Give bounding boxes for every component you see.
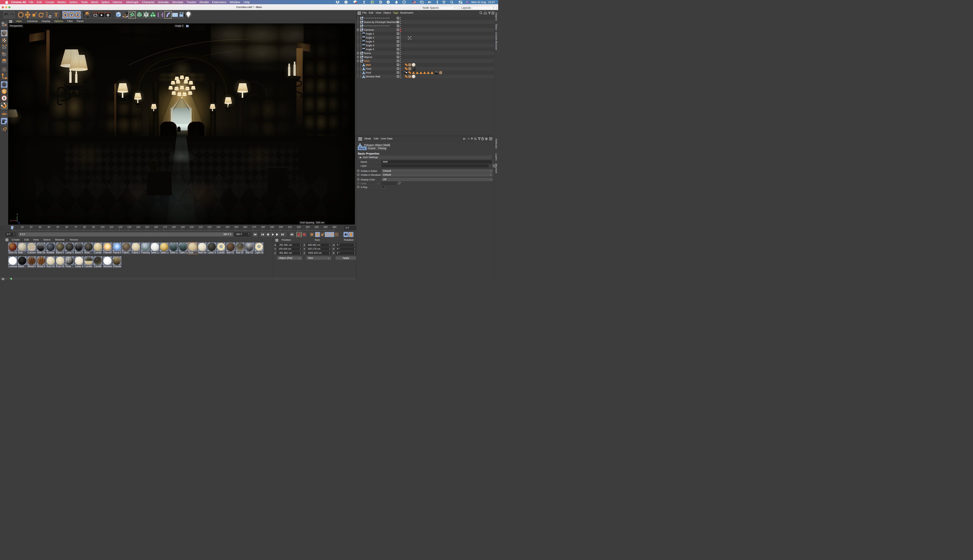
svg-text:Z: Z <box>77 13 79 17</box>
svg-text:X: X <box>64 13 67 17</box>
svg-text:Z: Z <box>19 222 20 224</box>
svg-text:Y: Y <box>17 213 18 216</box>
svg-text:Y: Y <box>70 13 73 17</box>
svg-text:S: S <box>3 90 5 93</box>
svg-text:X: X <box>10 220 12 222</box>
svg-text:P: P <box>331 233 333 236</box>
svg-text:S: S <box>3 83 5 87</box>
svg-text:S: S <box>3 97 5 100</box>
